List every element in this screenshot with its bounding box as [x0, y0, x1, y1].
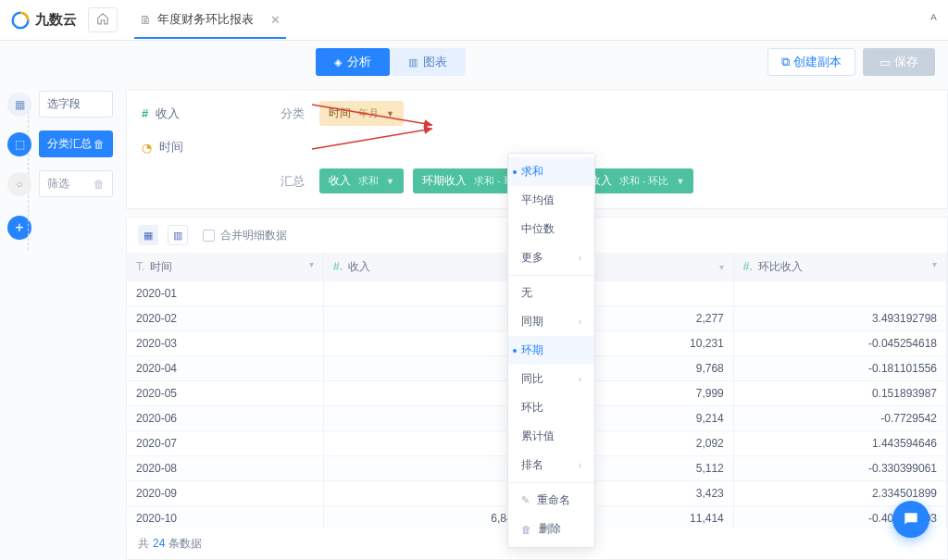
menu-avg[interactable]: 平均值: [508, 186, 594, 215]
step-sidebar: ▦ 选字段 ⬚ 分类汇总🗑 ○ 筛选🗑 +: [0, 83, 120, 560]
help-fab[interactable]: [892, 501, 929, 538]
menu-more[interactable]: 更多›: [508, 243, 594, 272]
filter-step[interactable]: 筛选🗑: [39, 170, 113, 197]
menu-none[interactable]: 无: [508, 279, 594, 307]
close-icon[interactable]: ✕: [270, 13, 281, 27]
hash-icon: #: [142, 106, 148, 120]
copy-icon: ⧉: [781, 55, 790, 69]
menu-yoy[interactable]: 同比›: [508, 365, 594, 393]
sort-icon[interactable]: ▾: [309, 259, 314, 269]
menu-sum[interactable]: 求和: [508, 157, 594, 186]
menu-cumulative[interactable]: 累计值: [508, 422, 594, 451]
menu-rename[interactable]: ✎重命名: [508, 486, 594, 515]
analysis-icon: ◈: [334, 56, 342, 68]
select-field-step[interactable]: 选字段: [39, 91, 113, 118]
chevron-down-icon: ▼: [386, 109, 394, 118]
group-node-icon: ⬚: [7, 132, 31, 156]
time-chip[interactable]: 时间年月▼: [319, 101, 404, 126]
user-icon[interactable]: ᴬ: [930, 11, 937, 29]
delete-filter-icon[interactable]: 🗑: [94, 178, 105, 191]
category-label: 分类: [281, 106, 305, 122]
group-summary-step[interactable]: 分类汇总🗑: [39, 131, 113, 157]
sort-icon[interactable]: ▾: [932, 259, 937, 269]
aggregate-dropdown: 求和 平均值 中位数 更多› 无 同期› 环期 同比› 环比 累计值 排名› ✎…: [507, 153, 595, 548]
trash-icon: 🗑: [521, 524, 531, 535]
home-icon: [96, 12, 109, 25]
sort-icon[interactable]: ▾: [719, 262, 724, 272]
rename-icon: ✎: [521, 494, 530, 506]
chart-icon: ▥: [408, 56, 418, 68]
merge-detail-checkbox[interactable]: 合并明细数据: [203, 228, 287, 243]
checkbox-icon: [203, 230, 215, 242]
menu-delete[interactable]: 🗑删除: [508, 515, 594, 543]
chevron-down-icon: ▼: [676, 177, 684, 186]
home-button[interactable]: [88, 7, 118, 32]
menu-mom[interactable]: 环比: [508, 393, 594, 422]
col-income[interactable]: #.收入▾: [324, 253, 529, 281]
chevron-right-icon: ›: [579, 460, 581, 470]
logo-icon: [11, 11, 30, 30]
menu-rank[interactable]: 排名›: [508, 451, 594, 479]
clock-icon: ◔: [142, 141, 152, 155]
document-icon: 🗎: [140, 13, 152, 27]
menu-median[interactable]: 中位数: [508, 215, 594, 243]
tab-title: 年度财务环比报表: [157, 11, 254, 28]
save-button[interactable]: ▭保存: [863, 48, 935, 76]
chevron-right-icon: ›: [579, 317, 581, 327]
tab-analysis[interactable]: ◈分析: [316, 48, 390, 76]
document-tab[interactable]: 🗎 年度财务环比报表 ✕: [134, 1, 286, 39]
income-chip[interactable]: 收入求和▼: [319, 168, 404, 193]
filter-node-icon: ○: [7, 172, 31, 196]
summary-label: 汇总: [281, 173, 305, 190]
grid-view-icon[interactable]: ▥: [168, 225, 188, 245]
dim-income[interactable]: 收入: [156, 106, 180, 122]
delete-step-icon[interactable]: 🗑: [94, 138, 105, 151]
brand-text: 九数云: [35, 11, 77, 29]
save-icon: ▭: [879, 56, 891, 69]
table-view-icon[interactable]: ▦: [138, 225, 158, 245]
menu-same-period[interactable]: 同期›: [508, 307, 594, 336]
chat-icon: [902, 510, 920, 529]
field-node-icon: ▦: [7, 93, 31, 117]
chevron-down-icon: ▼: [386, 177, 394, 186]
create-copy-button[interactable]: ⧉创建副本: [767, 48, 855, 76]
brand-logo[interactable]: 九数云: [11, 11, 77, 30]
menu-cycle-period[interactable]: 环期: [508, 336, 594, 365]
col-ratio[interactable]: #.环比收入▾: [733, 253, 946, 281]
chevron-right-icon: ›: [579, 253, 581, 263]
col-time[interactable]: T.时间▾: [127, 253, 324, 281]
tab-chart[interactable]: ▥图表: [390, 48, 466, 76]
chevron-right-icon: ›: [579, 374, 581, 384]
dim-time[interactable]: 时间: [159, 139, 183, 156]
